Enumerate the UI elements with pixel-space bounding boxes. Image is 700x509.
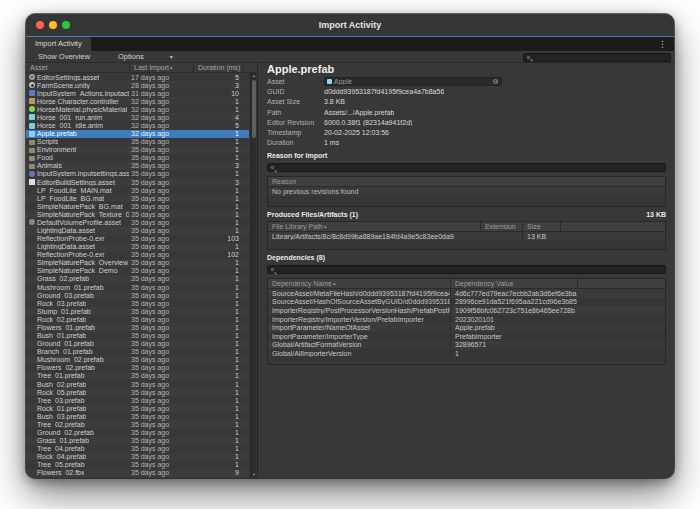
scroll-up-arrow-icon[interactable]: ▲ — [251, 73, 257, 79]
options-dropdown[interactable]: Options ▾ — [118, 51, 173, 63]
title-bar[interactable]: Import Activity — [26, 14, 674, 36]
dependencies-search-input[interactable] — [267, 265, 666, 274]
minimize-button[interactable] — [49, 21, 57, 29]
dependency-row[interactable]: Global/ArtifactFormatVersion 32896571 — [268, 341, 665, 350]
asset-list-item[interactable]: Apple.prefab 32 days ago 1 — [26, 130, 249, 138]
asset-list-item[interactable]: Rock_02.prefab 35 days ago 1 — [26, 315, 249, 323]
column-header-dependency-value[interactable]: Dependency Value — [450, 279, 577, 288]
asset-last-import: 35 days ago — [129, 348, 193, 355]
asset-list-item[interactable]: Tree_02.prefab 35 days ago 1 — [26, 420, 249, 428]
dependency-row[interactable]: ImporterRegistry/PostProcessorVersionHas… — [268, 306, 665, 315]
asset-list-item[interactable]: Tree_05.prefab 35 days ago 1 — [26, 461, 249, 469]
asset-list-item[interactable]: Stump_01.prefab 35 days ago 1 — [26, 307, 249, 315]
asset-duration: 5 — [193, 122, 239, 129]
asset-list-item[interactable]: Horse_001_idle.anim 32 days ago 5 — [26, 121, 249, 129]
asset-duration: 1 — [193, 219, 239, 226]
asset-duration: 1 — [193, 389, 239, 396]
asset-list-item[interactable]: Grass_02.prefab 35 days ago 1 — [26, 275, 249, 283]
asset-list-item[interactable]: Tree_01.prefab 35 days ago 1 — [26, 372, 249, 380]
details-panel: Apple.prefab Asset Apple GUID d0ddd93953… — [259, 63, 674, 478]
zoom-button[interactable] — [62, 21, 70, 29]
asset-list-item[interactable]: Mushroom_01.prefab 35 days ago 1 — [26, 283, 249, 291]
asset-name-cell: Rock_03.prefab — [26, 300, 129, 307]
asset-duration: 1 — [193, 170, 239, 177]
asset-list-item[interactable]: LightingData.asset 35 days ago 1 — [26, 243, 249, 251]
column-header-asset[interactable]: Asset — [26, 63, 129, 72]
column-header-duration[interactable]: Duration (ms) — [193, 63, 243, 72]
asset-list-item[interactable]: LP_FoodLite_BG.mat 35 days ago 1 — [26, 194, 249, 202]
asset-list-item[interactable]: Scripts 35 days ago 1 — [26, 138, 249, 146]
column-header-spacer — [560, 222, 665, 231]
asset-object-field[interactable]: Apple — [324, 77, 502, 86]
column-header-size[interactable]: Size — [522, 222, 560, 231]
dependency-row[interactable]: ImportParameter/NameOfAsset Apple.prefab — [268, 323, 665, 332]
asset-list-item[interactable]: SimpleNaturePack_BG.mat 35 days ago 1 — [26, 202, 249, 210]
kebab-menu-icon[interactable]: ⋮ — [658, 37, 667, 51]
asset-list-item[interactable]: Rock_04.prefab 35 days ago 1 — [26, 453, 249, 461]
close-button[interactable] — [36, 21, 44, 29]
asset-list-item[interactable]: LightingData.asset 35 days ago 1 — [26, 226, 249, 234]
asset-list-item[interactable]: Animals 35 days ago 3 — [26, 162, 249, 170]
asset-list-item[interactable]: Mushroom_02.prefab 35 days ago 1 — [26, 356, 249, 364]
show-overview-button[interactable]: Show Overview — [38, 51, 90, 63]
asset-list-item[interactable]: Ground_01.prefab 35 days ago 1 — [26, 340, 249, 348]
column-header-spacer — [243, 63, 257, 72]
asset-list-item[interactable]: SimpleNaturePack_Texture_01.mat 35 days … — [26, 210, 249, 218]
asset-list-item[interactable]: LP_FoodLite_MAIN.mat 35 days ago 1 — [26, 186, 249, 194]
column-header-file-library-path[interactable]: File Library Path▴ — [268, 222, 480, 231]
asset-list-item[interactable]: Rock_01.prefab 35 days ago 1 — [26, 404, 249, 412]
asset-list-item[interactable]: Rock_03.prefab 35 days ago 1 — [26, 299, 249, 307]
asset-list-item[interactable]: Flowers_02.prefab 35 days ago 1 — [26, 364, 249, 372]
asset-list-item[interactable]: ReflectionProbe-0.exr 35 days ago 103 — [26, 235, 249, 243]
asset-list-item[interactable]: DefaultVolumeProfile.asset 35 days ago 1 — [26, 218, 249, 226]
asset-name-cell: Mushroom_02.prefab — [26, 356, 129, 363]
asset-list-item[interactable]: FarmScene.unity 28 days ago 3 — [26, 81, 249, 89]
asset-list-item[interactable]: Environment 35 days ago 1 — [26, 146, 249, 154]
object-picker-icon[interactable] — [493, 79, 498, 84]
asset-list-item[interactable]: Tree_04.prefab 35 days ago 1 — [26, 445, 249, 453]
reason-search-input[interactable] — [267, 163, 666, 172]
asset-duration: 9 — [193, 469, 239, 476]
asset-list-item[interactable]: Flowers_02.fbx 35 days ago 9 — [26, 469, 249, 477]
produced-file-row[interactable]: Library/Artifacts/8c/8c8d99ba889ae184fd4… — [268, 232, 665, 241]
asset-list-item[interactable]: EditorSettings.asset 17 days ago 5 — [26, 73, 249, 81]
asset-list-item[interactable]: Grass_01.prefab 35 days ago 1 — [26, 437, 249, 445]
column-header-extension[interactable]: Extension — [480, 222, 522, 231]
detail-field-label: Path — [267, 109, 324, 116]
asset-list-item[interactable]: HorseMaterial.physicMaterial 32 days ago… — [26, 105, 249, 113]
asset-list-item[interactable]: SimpleNaturePack_Demo 35 days ago 1 — [26, 267, 249, 275]
asset-list-item[interactable]: Ground_03.prefab 35 days ago 1 — [26, 291, 249, 299]
asset-list-item[interactable]: Bush_01.prefab 35 days ago 1 — [26, 332, 249, 340]
dependency-row[interactable]: Global/AllImporterVersion 1 — [268, 349, 665, 358]
asset-list-item[interactable]: Ground_02.prefab 35 days ago 1 — [26, 428, 249, 436]
tab-import-activity[interactable]: Import Activity — [26, 37, 91, 51]
toolbar-search-input[interactable] — [523, 53, 671, 62]
vertical-scrollbar[interactable]: ▲ ▼ — [250, 73, 256, 478]
dependency-row[interactable]: SourceAsset/MetaFileHash/d0ddd93953187fd… — [268, 289, 665, 298]
column-header-dependency-name[interactable]: Dependency Name▴ — [268, 279, 450, 288]
asset-name-cell: Branch_01.prefab — [26, 348, 129, 355]
asset-list-item[interactable]: Bush_02.prefab 35 days ago 1 — [26, 380, 249, 388]
asset-list-item[interactable]: Rock_05.prefab 35 days ago 1 — [26, 388, 249, 396]
dependency-row[interactable]: ImporterRegistry/ImporterVersion/PrefabI… — [268, 315, 665, 324]
dependency-row[interactable]: SourceAsset/HashOfSourceAssetByGUID/d0dd… — [268, 298, 665, 307]
asset-list-item[interactable]: InputSystem.inputsettings.asset 35 days … — [26, 170, 249, 178]
asset-list-item[interactable]: Horse Character.controller 32 days ago 1 — [26, 97, 249, 105]
asset-list-item[interactable]: Branch_01.prefab 35 days ago 1 — [26, 348, 249, 356]
dependency-row[interactable]: ImportParameter/ImporterType PrefabImpor… — [268, 332, 665, 341]
asset-list-item[interactable]: Food 35 days ago 1 — [26, 154, 249, 162]
asset-list-item[interactable]: EditorBuildSettings.asset 35 days ago 3 — [26, 178, 249, 186]
column-header-reason[interactable]: Reason — [268, 177, 296, 186]
asset-list-item[interactable]: ReflectionProbe-0.exr 35 days ago 102 — [26, 251, 249, 259]
scroll-down-arrow-icon[interactable]: ▼ — [251, 472, 257, 478]
asset-list-item[interactable]: Flowers_01.prefab 35 days ago 1 — [26, 323, 249, 331]
scrollbar-thumb[interactable] — [252, 80, 256, 138]
asset-name-cell: SimpleNaturePack_Demo — [26, 267, 129, 274]
asset-list-item[interactable]: InputSystem_Actions.inputactions 31 days… — [26, 89, 249, 97]
asset-list-item[interactable]: Horse_001_run.anim 32 days ago 4 — [26, 113, 249, 121]
asset-list-item[interactable]: SimpleNaturePack_Overview 35 days ago 1 — [26, 259, 249, 267]
column-header-last-import[interactable]: Last Import▴ — [129, 63, 193, 72]
asset-list-item[interactable]: Bush_03.prefab 35 days ago 1 — [26, 412, 249, 420]
asset-last-import: 31 days ago — [129, 90, 193, 97]
asset-list-item[interactable]: Tree_03.prefab 35 days ago 1 — [26, 396, 249, 404]
